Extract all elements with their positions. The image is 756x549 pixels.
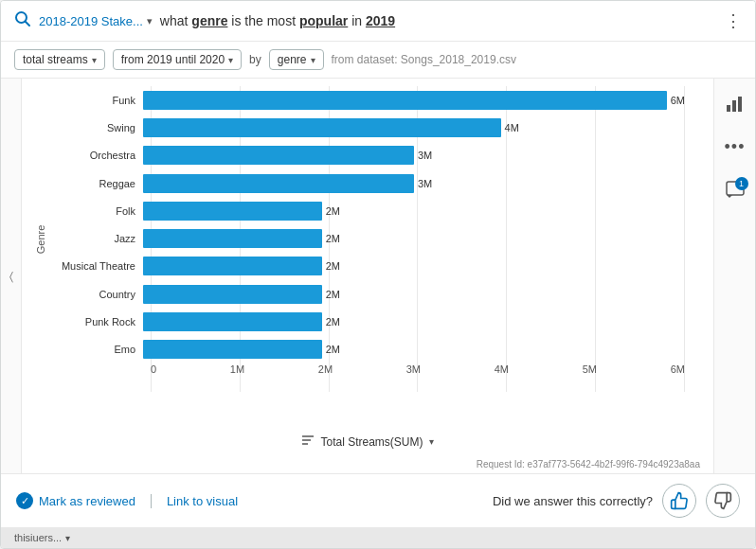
x-axis: 01M2M3M4M5M6M [58,363,704,392]
bar-label: Country [58,289,143,300]
bar-value: 2M [326,344,340,355]
bar-row: Jazz2M [58,225,685,252]
bar-row: Funk6M [58,87,685,114]
bar-value: 6M [671,95,685,106]
streams-filter[interactable]: total streams ▾ [14,49,105,70]
svg-rect-5 [727,105,730,112]
by-label: by [249,53,261,66]
footer: ✓ Mark as reviewed Link to visual Did we… [1,473,755,527]
genre-caret: ▾ [311,55,315,65]
genre-label: genre [278,53,307,66]
more-options-icon[interactable]: ⋮ [725,10,742,31]
bar-fill [143,229,322,248]
bar-label: Reggae [58,178,143,189]
bar-track: 3M [143,146,685,165]
thumbs-up-button[interactable] [662,484,696,518]
breadcrumb-chevron: ▾ [147,15,153,27]
bar-value: 2M [326,289,340,300]
header: 2018-2019 Stake... ▾ what genre is the m… [1,1,755,42]
bar-track: 2M [143,285,685,304]
bar-row: Musical Theatre2M [58,253,685,279]
collapse-button[interactable]: 〈 [1,79,22,473]
link-visual-button[interactable]: Link to visual [151,494,238,508]
bar-fill [143,174,414,193]
bar-row: Orchestra3M [58,142,685,168]
bar-label: Emo [58,344,143,355]
comment-badge: 1 [735,177,748,190]
genre-filter[interactable]: genre ▾ [269,49,324,70]
bar-row: Emo2M [58,336,685,363]
x-tick: 1M [230,363,244,375]
comment-icon[interactable]: 1 [720,175,750,205]
bar-value: 2M [326,205,340,217]
bar-track: 3M [143,174,685,193]
right-sidebar: ••• 1 [713,79,755,473]
query-text: what genre is the most popular in 2019 [160,13,717,28]
bar-fill [143,146,414,165]
bar-label: Punk Rock [58,316,143,328]
chart-type-icon[interactable] [720,88,750,118]
y-axis-label-container: Genre [31,86,50,392]
bar-value: 4M [505,122,519,133]
dataset-label: from dataset: Songs_2018_2019.csv [332,53,516,66]
chart-inner: Funk6MSwing4MOrchestra3MReggae3MFolk2MJa… [58,86,704,392]
filter-bar: total streams ▾ from 2019 until 2020 ▾ b… [1,42,755,79]
footer-left: ✓ Mark as reviewed Link to visual [16,492,238,509]
bottom-strip[interactable]: thisiuers... ▾ [1,527,755,548]
x-tick: 3M [406,363,421,375]
bottom-strip-label: thisiuers... [14,532,62,543]
bar-track: 2M [143,257,685,275]
streams-caret: ▾ [92,55,97,65]
footer-right: Did we answer this correctly? [493,484,740,518]
bar-label: Orchestra [58,150,143,161]
date-filter[interactable]: from 2019 until 2020 ▾ [113,49,242,70]
breadcrumb-label: 2018-2019 Stake... [39,14,143,28]
thumbs-down-button[interactable] [706,484,740,518]
bar-label: Swing [58,122,143,133]
x-axis-ticks: 01M2M3M4M5M6M [151,363,685,392]
breadcrumb[interactable]: 2018-2019 Stake... ▾ [39,14,153,28]
bar-fill [143,257,322,275]
bar-track: 2M [143,202,685,221]
bar-fill [143,91,667,110]
date-label: from 2019 until 2020 [121,53,225,66]
chart-title-caret[interactable]: ▾ [429,436,434,447]
bar-value: 3M [418,178,432,189]
bar-label: Funk [58,95,143,106]
svg-rect-6 [732,100,736,112]
bar-fill [143,340,322,359]
bar-label: Musical Theatre [58,260,143,272]
mark-reviewed-button[interactable]: ✓ Mark as reviewed [16,492,135,509]
chart-title: Total Streams(SUM) [320,435,423,449]
x-tick: 6M [671,363,685,375]
x-tick: 5M [583,363,597,375]
bar-track: 6M [143,91,685,110]
bar-row: Swing4M [58,115,685,141]
bottom-strip-caret: ▾ [65,533,70,543]
check-circle-icon: ✓ [16,492,33,509]
x-tick: 0 [151,363,156,375]
bar-value: 2M [326,316,340,328]
bar-track: 2M [143,229,685,248]
streams-label: total streams [23,53,88,66]
bar-fill [143,312,322,331]
bar-fill [143,118,501,137]
bar-row: Reggae3M [58,170,685,197]
svg-line-1 [26,22,30,27]
search-icon [14,10,31,31]
date-caret: ▾ [228,55,233,65]
chart-title-row: Total Streams(SUM) ▾ [22,430,713,457]
bar-row: Country2M [58,281,685,308]
bar-row: Folk2M [58,198,685,224]
bar-row: Punk Rock2M [58,309,685,335]
more-options-sidebar-icon[interactable]: ••• [720,132,750,162]
feedback-question: Did we answer this correctly? [493,494,653,508]
bar-fill [143,202,322,221]
bar-value: 3M [418,150,432,161]
chart-wrapper: Genre Funk6MSwing4MOrchest [22,86,713,430]
x-tick: 4M [495,363,509,375]
bar-track: 2M [143,312,685,331]
bar-fill [143,285,322,304]
bar-track: 2M [143,340,685,359]
sort-icon [301,434,315,450]
